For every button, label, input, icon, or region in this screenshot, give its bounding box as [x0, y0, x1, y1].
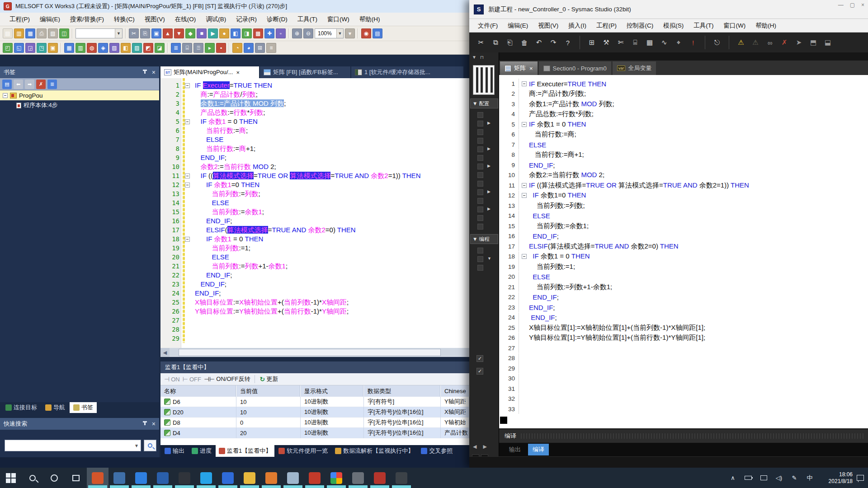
bottom-tab[interactable]: 输出 — [161, 445, 188, 457]
code-line[interactable]: 3余数1:=产品计数 MOD 列数; — [499, 99, 868, 109]
toolbar-icon[interactable]: ⧉ — [490, 37, 501, 48]
code-line[interactable]: 11 IF ((算法模式选择=TRUE OR 算法模式选择=TRUE AND 余… — [160, 171, 469, 180]
toolbar-icon[interactable]: ▲ — [163, 28, 173, 38]
watch-column-header[interactable]: 当前值 — [236, 385, 301, 397]
toolbar-icon[interactable]: ⚠ — [750, 37, 761, 48]
tray-chevron-up-icon[interactable]: ∧ — [725, 468, 741, 488]
panel-tab-连接目标[interactable]: 连接目标 — [2, 402, 41, 413]
explorer-item-icon[interactable] — [477, 248, 483, 253]
toolbar-icon[interactable]: ◪ — [155, 43, 165, 53]
explorer-item-icon[interactable] — [477, 138, 483, 144]
code-line[interactable]: 15 当前列数:=余数1; — [499, 221, 868, 231]
code-line[interactable]: 16 END_IF; — [499, 231, 868, 241]
window-control[interactable]: × — [861, 2, 864, 8]
taskbar-app-photos[interactable] — [130, 468, 152, 488]
bottom-tab[interactable]: 进度 — [189, 445, 215, 457]
toolbar-icon[interactable]: ⊕ — [292, 28, 302, 38]
menu-item[interactable]: 窗口(W) — [322, 14, 354, 25]
explorer-item-icon[interactable] — [477, 224, 483, 230]
menu-item[interactable]: 记录(R) — [231, 14, 262, 25]
editor-tab[interactable]: 矩阵 [FB] [函数/FB标签... — [260, 66, 350, 78]
code-line[interactable]: 28 — [499, 353, 868, 363]
toolbar-icon[interactable]: ▾ — [345, 28, 355, 38]
fold-collapse-icon[interactable] — [185, 119, 190, 124]
menu-item[interactable]: 转换(C) — [109, 14, 140, 25]
toolbar-icon[interactable]: ⌖ — [673, 37, 684, 48]
toolbar-icon[interactable]: ≣ — [171, 43, 181, 53]
code-line[interactable]: 4 产品总数:=行数*列数; — [160, 108, 469, 117]
network-icon[interactable] — [756, 468, 771, 488]
toolbar-icon[interactable]: ✄ — [615, 37, 626, 48]
bottom-tab[interactable]: 数据流解析【监视执行中】 — [332, 445, 417, 457]
menu-item[interactable]: 视图(V) — [140, 14, 170, 25]
code-line[interactable]: 30 — [499, 374, 868, 384]
ime-indicator[interactable]: 中 — [802, 468, 817, 488]
code-line[interactable]: 26Y轴目标位置[1]:=Y轴初始位置[1]+(当前行数-1)*Y轴间距[1]; — [499, 333, 868, 343]
code-line[interactable]: 28 — [160, 325, 469, 334]
editor-tab[interactable]: ST矩阵(MAIN/ProgPou/...× — [160, 66, 259, 78]
cortana-button[interactable] — [43, 468, 65, 488]
toolbar-icon[interactable]: ◱ — [14, 43, 24, 53]
code-line[interactable]: 6 当前行数:=商; — [499, 130, 868, 140]
fold-collapse-icon[interactable] — [185, 174, 190, 178]
code-line[interactable]: 4产品总数:=行数*列数; — [499, 109, 868, 119]
pin-icon[interactable]: ⊓ — [480, 55, 484, 60]
code-line[interactable]: 2商:=产品计数/列数; — [499, 89, 868, 99]
code-line[interactable]: 5IF 余数1 = 0 THEN — [499, 119, 868, 129]
code-line[interactable]: 5 IF 余数1 = 0 THEN — [160, 117, 469, 126]
close-icon[interactable]: × — [529, 65, 533, 72]
watch-row[interactable]: D42010进制数字[无符号]/位串[16位]产品计数 — [160, 428, 469, 438]
toolbar-icon[interactable]: ≡ — [266, 43, 276, 53]
taskbar-app-wps-office[interactable] — [217, 468, 239, 488]
expand-arrow-icon[interactable]: ▶ — [487, 121, 491, 125]
close-icon[interactable]: × — [152, 69, 156, 75]
bottom-tab[interactable]: 监看1【监看中】 — [216, 445, 274, 457]
start-button[interactable] — [0, 468, 22, 488]
taskbar-app-file-explorer[interactable] — [239, 468, 260, 488]
fold-collapse-icon[interactable] — [522, 193, 527, 198]
action-center-button[interactable] — [853, 468, 868, 488]
code-line[interactable]: 25X轴目标位置[1]:=X轴初始位置[1]+(当前列数-1)*X轴间距[1]; — [499, 323, 868, 333]
toolbar-icon[interactable]: ▦ — [644, 37, 655, 48]
tree-item-progpou[interactable]: ProgPou — [0, 90, 159, 100]
code-line[interactable]: 21 当前列数:=列数+1-余数1; — [499, 282, 868, 292]
menu-item[interactable]: 编辑(E) — [503, 20, 533, 32]
chevron-down-icon[interactable]: ▼ — [472, 55, 476, 60]
explorer-item-icon[interactable] — [477, 155, 483, 161]
watch-row[interactable]: D61010进制数字[有符号]Y轴间距 — [160, 397, 469, 407]
taskbar-clock[interactable]: 18:06 2021/8/18 — [817, 471, 853, 485]
fold-collapse-icon[interactable] — [185, 83, 190, 88]
toolbar-icon[interactable]: ? — [562, 37, 573, 48]
toolbar-icon[interactable]: ⌸ — [182, 43, 192, 53]
explorer-item-icon[interactable] — [477, 198, 483, 204]
zoom-level-dropdown[interactable]: 100%▼ — [315, 28, 344, 38]
code-line[interactable]: 13 当前列数:=列数; — [499, 201, 868, 211]
code-line[interactable]: 23END_IF; — [499, 302, 868, 312]
menu-item[interactable]: 工程(P) — [591, 20, 622, 32]
toolbar-icon[interactable]: ▸ — [205, 43, 215, 53]
menu-item[interactable]: 编辑(E) — [35, 14, 65, 25]
bookmark-toolbar-icon[interactable]: ✗ — [36, 80, 46, 89]
explorer-item-icon[interactable] — [477, 146, 483, 152]
fold-collapse-icon[interactable] — [522, 81, 527, 86]
code-line[interactable]: 9 END_IF; — [160, 153, 469, 162]
menu-item[interactable]: 控制器(C) — [622, 20, 658, 32]
taskbar-app-dark-app[interactable] — [391, 468, 412, 488]
toolbar-icon[interactable]: ◲ — [25, 43, 35, 53]
explorer-item-icon[interactable] — [477, 112, 483, 118]
toolbar-icon[interactable]: ▨ — [132, 43, 142, 53]
code-line[interactable]: 24END_IF; — [160, 289, 469, 298]
code-line[interactable]: 26Y轴目标位置:=Y轴初始位置+(当前行数-1)*Y轴间距; — [160, 307, 469, 316]
toolbar-icon[interactable]: ◔ — [232, 43, 242, 53]
watch-OFF-button[interactable]: ⊢OFF — [183, 375, 201, 383]
taskbar-app-sysmac-studio[interactable] — [87, 468, 108, 488]
taskbar-app-td-app[interactable] — [304, 468, 326, 488]
toolbar-icon[interactable]: ◉ — [361, 28, 371, 38]
toolbar-icon[interactable]: ▩ — [253, 28, 263, 38]
toolbar-icon[interactable]: ✚ — [264, 28, 274, 38]
code-line[interactable]: 15 当前列数:=余数1; — [160, 207, 469, 216]
code-line[interactable]: 2 商:=产品计数/列数; — [160, 90, 469, 99]
taskbar-app-gx-works3[interactable] — [369, 468, 391, 488]
watch-column-header[interactable]: 数据类型 — [364, 385, 441, 397]
taskbar-app-chrome[interactable] — [326, 468, 347, 488]
